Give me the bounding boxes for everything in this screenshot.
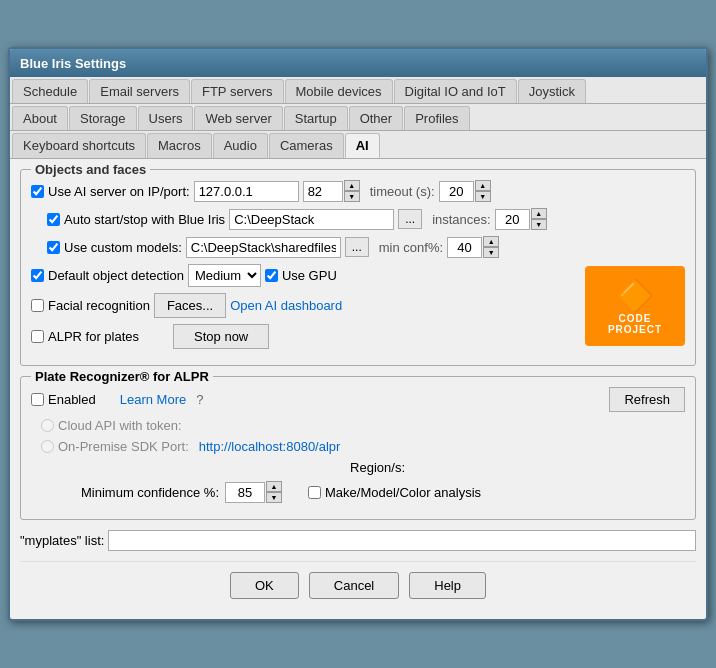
timeout-input[interactable] [439, 181, 474, 202]
use-ai-server-label[interactable]: Use AI server on IP/port: [31, 184, 190, 199]
plate-enabled-label[interactable]: Enabled [31, 392, 96, 407]
detection-select[interactable]: Low Medium High [188, 264, 261, 287]
code-project-line1: CODE [619, 313, 652, 324]
tab-profiles[interactable]: Profiles [404, 106, 469, 130]
instances-input[interactable] [495, 209, 530, 230]
settings-window: Blue Iris Settings Schedule Email server… [8, 47, 708, 621]
cloud-api-label[interactable]: Cloud API with token: [41, 418, 182, 433]
use-gpu-label[interactable]: Use GPU [265, 268, 337, 283]
custom-models-row: Use custom models: ... min conf%: ▲ ▼ [31, 236, 685, 258]
default-detection-label[interactable]: Default object detection [31, 268, 184, 283]
tab-web-server[interactable]: Web server [194, 106, 282, 130]
make-model-label[interactable]: Make/Model/Color analysis [308, 485, 481, 500]
facial-recognition-checkbox[interactable] [31, 299, 44, 312]
tab-macros[interactable]: Macros [147, 133, 212, 158]
timeout-down-button[interactable]: ▼ [475, 191, 491, 202]
tab-startup[interactable]: Startup [284, 106, 348, 130]
ok-button[interactable]: OK [230, 572, 299, 599]
region-row: Region/s: [31, 460, 685, 475]
instances-spinner: ▲ ▼ [495, 208, 547, 230]
facial-recognition-label[interactable]: Facial recognition [31, 298, 150, 313]
help-button[interactable]: Help [409, 572, 486, 599]
tab-other[interactable]: Other [349, 106, 404, 130]
min-conf-up-button[interactable]: ▲ [483, 236, 499, 247]
min-conf-down-button[interactable]: ▼ [483, 247, 499, 258]
region-label: Region/s: [350, 460, 405, 475]
tabs-row-3: Keyboard shortcuts Macros Audio Cameras … [10, 131, 706, 159]
plate-recognizer-section: Plate Recognizer® for ALPR Enabled Learn… [20, 376, 696, 520]
objects-faces-title: Objects and faces [31, 162, 150, 177]
tab-cameras[interactable]: Cameras [269, 133, 344, 158]
make-model-checkbox[interactable] [308, 486, 321, 499]
custom-models-checkbox[interactable] [47, 241, 60, 254]
port-spin-buttons: ▲ ▼ [344, 180, 360, 202]
auto-start-label[interactable]: Auto start/stop with Blue Iris [47, 212, 225, 227]
ip-input[interactable] [194, 181, 299, 202]
alpr-plates-checkbox[interactable] [31, 330, 44, 343]
tab-joystick[interactable]: Joystick [518, 79, 586, 103]
plate-conf-down-button[interactable]: ▼ [266, 492, 282, 503]
use-gpu-checkbox[interactable] [265, 269, 278, 282]
cloud-api-radio[interactable] [41, 419, 54, 432]
custom-models-label[interactable]: Use custom models: [47, 240, 182, 255]
alpr-plates-row: ALPR for plates Stop now [31, 324, 575, 349]
question-mark: ? [196, 392, 203, 407]
plate-conf-up-button[interactable]: ▲ [266, 481, 282, 492]
plate-enabled-checkbox[interactable] [31, 393, 44, 406]
tab-users[interactable]: Users [138, 106, 194, 130]
instances-up-button[interactable]: ▲ [531, 208, 547, 219]
min-conf-input[interactable] [447, 237, 482, 258]
stop-now-button[interactable]: Stop now [173, 324, 269, 349]
myplates-input[interactable] [108, 530, 696, 551]
default-detection-checkbox[interactable] [31, 269, 44, 282]
port-down-button[interactable]: ▼ [344, 191, 360, 202]
on-premise-url: http://localhost:8080/alpr [199, 439, 341, 454]
content-area: Objects and faces Use AI server on IP/po… [10, 159, 706, 619]
min-conf-label-plate: Minimum confidence %: [81, 485, 219, 500]
custom-models-browse-btn[interactable]: ... [345, 237, 369, 257]
facial-recognition-row: Facial recognition Faces... Open AI dash… [31, 293, 575, 318]
alpr-plates-label[interactable]: ALPR for plates [31, 329, 139, 344]
tab-schedule[interactable]: Schedule [12, 79, 88, 103]
on-premise-label[interactable]: On-Premise SDK Port: [41, 439, 189, 454]
port-input[interactable] [303, 181, 343, 202]
tab-keyboard-shortcuts[interactable]: Keyboard shortcuts [12, 133, 146, 158]
auto-start-checkbox[interactable] [47, 213, 60, 226]
tab-audio[interactable]: Audio [213, 133, 268, 158]
instances-down-button[interactable]: ▼ [531, 219, 547, 230]
tab-about[interactable]: About [12, 106, 68, 130]
tab-ai[interactable]: AI [345, 133, 380, 158]
objects-faces-section: Objects and faces Use AI server on IP/po… [20, 169, 696, 366]
refresh-button[interactable]: Refresh [609, 387, 685, 412]
open-ai-dashboard-link[interactable]: Open AI dashboard [230, 298, 342, 313]
instances-label: instances: [432, 212, 491, 227]
tab-digital-io[interactable]: Digital IO and IoT [394, 79, 517, 103]
cancel-button[interactable]: Cancel [309, 572, 399, 599]
min-confidence-row: Minimum confidence %: ▲ ▼ Make/Model/Col… [31, 481, 685, 503]
code-project-badge[interactable]: 🔶 CODE PROJECT [585, 266, 685, 346]
title-bar: Blue Iris Settings [10, 49, 706, 77]
timeout-spin-buttons: ▲ ▼ [475, 180, 491, 202]
code-project-line2: PROJECT [608, 324, 662, 335]
port-spinner: ▲ ▼ [303, 180, 360, 202]
tabs-row-1: Schedule Email servers FTP servers Mobil… [10, 77, 706, 104]
custom-models-path[interactable] [186, 237, 341, 258]
tab-mobile-devices[interactable]: Mobile devices [285, 79, 393, 103]
tab-storage[interactable]: Storage [69, 106, 137, 130]
timeout-up-button[interactable]: ▲ [475, 180, 491, 191]
on-premise-row: On-Premise SDK Port: http://localhost:80… [41, 439, 685, 454]
cloud-api-row: Cloud API with token: [41, 418, 685, 433]
auto-start-browse-btn[interactable]: ... [398, 209, 422, 229]
use-ai-server-checkbox[interactable] [31, 185, 44, 198]
plate-min-conf-input[interactable] [225, 482, 265, 503]
tab-email-servers[interactable]: Email servers [89, 79, 190, 103]
window-title: Blue Iris Settings [20, 56, 126, 71]
tab-ftp-servers[interactable]: FTP servers [191, 79, 284, 103]
auto-start-path[interactable] [229, 209, 394, 230]
on-premise-radio[interactable] [41, 440, 54, 453]
faces-button[interactable]: Faces... [154, 293, 226, 318]
myplates-label: "myplates" list: [20, 533, 104, 548]
learn-more-link[interactable]: Learn More [120, 392, 186, 407]
port-up-button[interactable]: ▲ [344, 180, 360, 191]
min-conf-spinner: ▲ ▼ [447, 236, 499, 258]
